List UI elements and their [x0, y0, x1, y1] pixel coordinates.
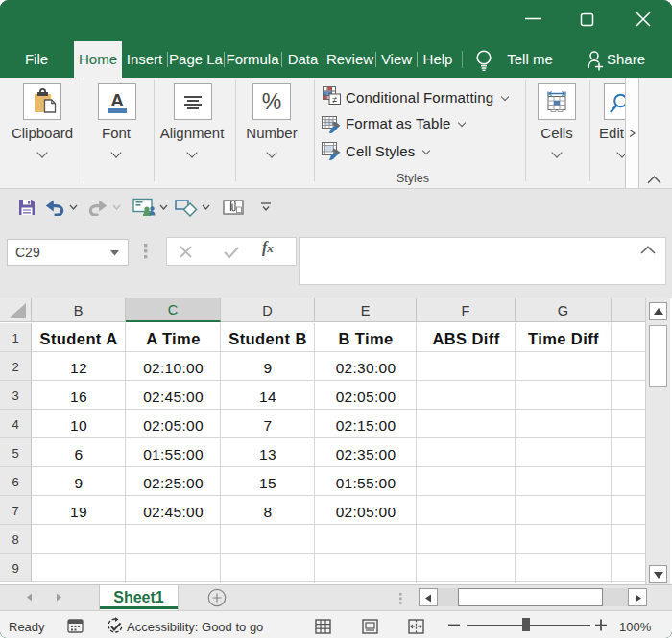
svg-text:%: % [262, 89, 281, 114]
svg-text:≠: ≠ [332, 95, 337, 105]
svg-text:A: A [110, 90, 124, 110]
